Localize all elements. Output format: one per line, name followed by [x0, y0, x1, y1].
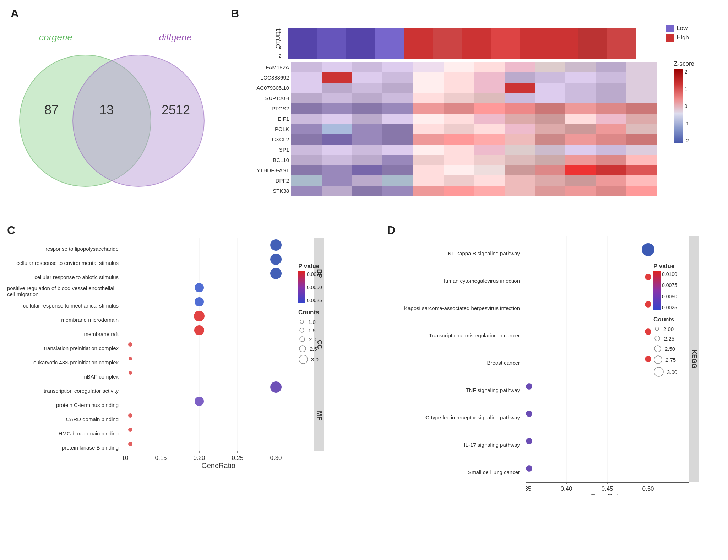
bubble-prot-c [195, 397, 204, 406]
heatmap-cell [322, 155, 352, 165]
heatmap-gene-cells [291, 145, 657, 155]
heatmap-cell [626, 62, 657, 72]
heatmap-cell [322, 124, 352, 134]
heatmap-cell [404, 28, 433, 59]
heatmap-cell [505, 114, 535, 124]
heatmap-gene-cells [291, 62, 657, 72]
heatmap-cell [626, 145, 657, 155]
heatmap-cell [413, 83, 444, 93]
heatmap-cell [413, 62, 444, 72]
bubble-mem-raft [194, 325, 204, 335]
heatmap-cell [565, 175, 596, 186]
heatmap-cell [505, 62, 535, 72]
heatmap-cell [626, 186, 657, 196]
venn-right-num: 2512 [162, 103, 190, 118]
heatmap-cell [505, 186, 535, 196]
heatmap-cell [474, 165, 505, 175]
go-counts-legend: 1.0 1.5 2.0 2.5 3.0 [298, 318, 362, 364]
low-label: Low [677, 25, 688, 32]
panel-d-label: D [387, 224, 395, 237]
go-term-ce-abio: cellular response to abiotic stimulus [7, 270, 121, 284]
heatmap-gene-row: AC079305.10 [238, 83, 657, 93]
heatmap-cell [352, 186, 383, 196]
zscore-legend: Z-score 2 1 0 -1 -2 [674, 60, 694, 143]
heatmap-gene-row: POLK [238, 124, 657, 134]
heatmap-cell [352, 124, 383, 134]
heatmap-cell [474, 62, 505, 72]
tick-4: 4 [279, 45, 286, 50]
zscore-tick-labels: 2 1 0 -1 -2 [684, 69, 689, 143]
bubble-il17 [526, 438, 532, 444]
heatmap-cell [413, 134, 444, 145]
zscore-bar-container: 2 1 0 -1 -2 [674, 69, 694, 143]
heatmap-cell [596, 155, 626, 165]
count-2: 1.5 [298, 327, 362, 334]
heatmap-cell [535, 124, 566, 134]
heatmap-cell [444, 114, 474, 124]
otud1-cells [288, 28, 636, 59]
svg-point-54 [654, 356, 662, 364]
heatmap-cell [322, 134, 352, 145]
heatmap-cell [626, 72, 657, 83]
zscore-tick-1: 1 [684, 86, 689, 92]
heatmap-cell [291, 175, 322, 186]
go-pvalue-bar: 0.0075 0.0050 0.0025 [298, 271, 362, 303]
heatmap-gene-row: BCL10 [238, 155, 657, 165]
svg-point-52 [655, 336, 660, 341]
heatmap-gene-label: PTGS2 [238, 105, 291, 112]
heatmap-cell [322, 62, 352, 72]
heatmap-cell [291, 134, 322, 145]
heatmap-cell [474, 124, 505, 134]
heatmap-cell [505, 93, 535, 103]
bubble-blood [195, 283, 204, 292]
pval-tick-3: 0.0025 [307, 298, 322, 303]
kegg-pval-tick-3: 0.0050 [662, 294, 677, 299]
svg-rect-4 [123, 380, 314, 451]
heatmap-cell [291, 103, 322, 114]
heatmap-cell [565, 93, 596, 103]
heatmap-cell [382, 165, 413, 175]
heatmap-gene-label: DPF2 [238, 178, 291, 184]
heatmap-gene-row: CXCL2 [238, 134, 657, 145]
go-term-lip: response to lipopolysaccharide [7, 241, 121, 256]
kegg-term-sclc: Small cell lung cancer [387, 458, 522, 486]
heatmap-cell [444, 124, 474, 134]
heatmap-gene-row: SUPT20H [238, 93, 657, 103]
heatmap-cell [535, 175, 566, 186]
go-term-card: CARD domain binding [7, 412, 121, 426]
go-counts-title: Counts [298, 309, 362, 316]
heatmap-container: OTUD1 8 6 4 2 [238, 18, 692, 202]
heatmap-cell [382, 134, 413, 145]
heatmap-cell [322, 103, 352, 114]
kegg-term-trans-mis: Transcriptional misregulation in cancer [387, 322, 522, 349]
legend-high: High [666, 34, 689, 42]
heatmap-cell [474, 103, 505, 114]
heatmap-cell [382, 72, 413, 83]
heatmap-gene-label: EIF1 [238, 116, 291, 122]
heatmap-gene-cells [291, 186, 657, 196]
heatmap-cell [352, 165, 383, 175]
zscore-tick-n1: -1 [684, 121, 689, 126]
heatmap-gene-row: STK38 [238, 186, 657, 196]
bubble-ce-abio [270, 268, 282, 279]
heatmap-cell [444, 165, 474, 175]
heatmap-cell [382, 83, 413, 93]
heatmap-gene-label: SP1 [238, 147, 291, 153]
go-term-mem-raft: membrane raft [7, 327, 121, 341]
pvalue-gradient [298, 271, 305, 303]
heatmap-cell [444, 103, 474, 114]
heatmap-cell [474, 72, 505, 83]
kegg-pvalue-gradient [653, 271, 661, 310]
svg-rect-2 [123, 238, 314, 309]
heatmap-cell [322, 83, 352, 93]
svg-point-33 [299, 355, 308, 364]
heatmap-cell [474, 175, 505, 186]
heatmap-cell [565, 83, 596, 93]
heatmap-cell [505, 72, 535, 83]
heatmap-cell [535, 134, 566, 145]
count-4-label: 2.5 [310, 346, 317, 352]
heatmap-gene-label: BCL10 [238, 157, 291, 163]
kegg-legend: P value 0.0100 0.0075 0.0050 0.0025 Coun… [653, 263, 721, 377]
heatmap-gene-cells [291, 83, 657, 93]
kegg-counts-legend: 2.00 2.25 2.50 2.75 3.00 [653, 325, 721, 377]
